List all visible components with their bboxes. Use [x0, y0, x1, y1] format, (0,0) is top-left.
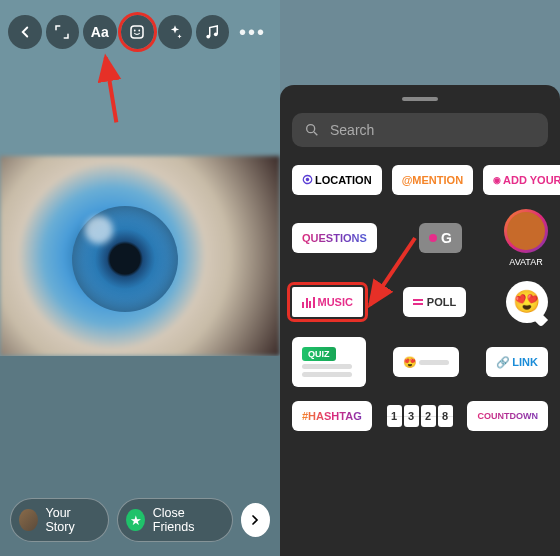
camera-icon: ◉: [493, 175, 501, 185]
music-sticker[interactable]: MUSIC: [292, 287, 363, 317]
svg-point-1: [134, 30, 136, 32]
svg-rect-0: [131, 26, 143, 38]
story-image-highlight: [85, 216, 113, 244]
location-sticker[interactable]: ⦿LOCATION: [292, 165, 382, 195]
location-pin-icon: ⦿: [302, 174, 313, 186]
your-story-label: Your Story: [46, 506, 95, 534]
sticker-button[interactable]: [121, 15, 155, 49]
hashtag-sticker[interactable]: #HASHTAG: [292, 401, 372, 431]
emoji-slider-sticker[interactable]: 😍: [393, 347, 459, 377]
record-icon: [429, 234, 437, 242]
annotation-arrow-music: [360, 230, 430, 324]
svg-line-5: [79, 57, 144, 122]
mention-sticker[interactable]: @MENTION: [392, 165, 473, 195]
close-friends-label: Close Friends: [153, 506, 218, 534]
link-sticker[interactable]: 🔗LINK: [486, 347, 548, 377]
back-button[interactable]: [8, 15, 42, 49]
countdown-digits[interactable]: 1 3 2 8: [387, 405, 453, 427]
close-friends-button[interactable]: ★ Close Friends: [117, 498, 233, 542]
star-icon: ★: [126, 509, 145, 531]
countdown-sticker[interactable]: COUNTDOWN: [467, 401, 548, 431]
drag-handle[interactable]: [402, 97, 438, 101]
svg-line-7: [314, 132, 317, 135]
svg-point-4: [214, 32, 218, 36]
svg-point-6: [307, 125, 315, 133]
resize-button[interactable]: [46, 15, 80, 49]
music-button[interactable]: [196, 15, 230, 49]
your-story-button[interactable]: Your Story: [10, 498, 109, 542]
search-placeholder: Search: [330, 122, 374, 138]
more-button[interactable]: •••: [233, 21, 272, 44]
emoji-reaction-sticker[interactable]: 😍: [506, 281, 548, 323]
story-editor-panel: Aa ••• Your Story ★ Close Friends: [0, 0, 280, 556]
svg-line-8: [370, 238, 415, 305]
search-icon: [304, 122, 320, 138]
next-button[interactable]: [241, 503, 270, 537]
add-yours-sticker[interactable]: ◉ADD YOURS: [483, 165, 560, 195]
quiz-sticker[interactable]: QUIZ: [292, 337, 366, 387]
music-bars-icon: [302, 297, 315, 308]
search-input[interactable]: Search: [292, 113, 548, 147]
avatar-icon: [507, 212, 545, 250]
annotation-arrow-sticker: [78, 52, 148, 126]
link-icon: 🔗: [496, 356, 510, 369]
sticker-picker-panel: Search ⦿LOCATION @MENTION ◉ADD YOURS QUE…: [280, 0, 560, 556]
svg-point-2: [139, 30, 141, 32]
svg-point-3: [207, 35, 211, 39]
avatar-icon: [19, 509, 38, 531]
share-row: Your Story ★ Close Friends: [10, 498, 270, 542]
avatar-sticker[interactable]: AVATAR: [504, 209, 548, 267]
effects-button[interactable]: [158, 15, 192, 49]
